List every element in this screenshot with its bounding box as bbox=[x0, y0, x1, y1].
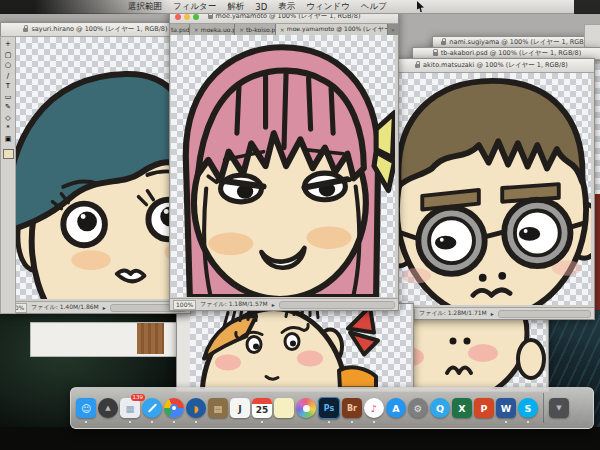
finder-icon: ☺ bbox=[81, 403, 91, 414]
canvas-moe[interactable] bbox=[171, 35, 395, 297]
minimize-button[interactable] bbox=[184, 14, 190, 20]
dock-icon-journal[interactable]: J bbox=[230, 398, 250, 418]
canvas-sayuri[interactable] bbox=[2, 37, 187, 299]
foreground-color-swatch[interactable] bbox=[3, 149, 14, 159]
menu-analysis[interactable]: 解析 bbox=[227, 1, 244, 13]
menu-3d[interactable]: 3D bbox=[255, 2, 267, 12]
safari-compass-icon bbox=[147, 403, 156, 412]
dock-icon-downloads[interactable]: ▼ bbox=[549, 398, 569, 418]
lock-icon bbox=[433, 52, 438, 56]
dock-icon-iphoto[interactable]: ▦139 bbox=[120, 398, 140, 418]
notebook-icon: ▤ bbox=[214, 403, 223, 414]
titlebar[interactable]: akito.matsuzaki @ 100% (レイヤー 1, RGB/8) bbox=[389, 59, 594, 73]
tool-type[interactable]: T bbox=[6, 83, 10, 90]
window-akito-matsuzaki[interactable]: akito.matsuzaki @ 100% (レイヤー 1, RGB/8) bbox=[388, 58, 595, 320]
tool-palette: + ▢ ○ / T ▭ ✎ ◇ * ▣ bbox=[0, 36, 16, 314]
tab-ta-psd[interactable]: ta.psd bbox=[170, 24, 190, 35]
tool-marquee[interactable]: ▢ bbox=[5, 52, 12, 59]
app-store-icon: A bbox=[392, 403, 399, 414]
canvas-akito[interactable] bbox=[390, 73, 591, 305]
close-tab-icon[interactable]: × bbox=[194, 26, 199, 33]
firefox-icon: ◗ bbox=[193, 403, 198, 414]
tool-brush[interactable]: * bbox=[6, 125, 10, 132]
dock-icon-chat-app[interactable]: Q bbox=[430, 398, 450, 418]
tool-crop[interactable]: / bbox=[7, 73, 9, 80]
dock-icon-stickies[interactable] bbox=[274, 398, 294, 418]
menu-select[interactable]: 選択範囲 bbox=[128, 1, 162, 13]
dock-icon-firefox[interactable]: ◗ bbox=[186, 398, 206, 418]
window-title: sayuri.hirano @ 100% (レイヤー 1, RGB/8) bbox=[31, 25, 167, 34]
excel-icon: X bbox=[458, 403, 465, 414]
launchpad-icon: ▲ bbox=[105, 404, 110, 412]
photos-flower-icon bbox=[303, 405, 310, 412]
notification-badge: 139 bbox=[131, 394, 146, 401]
screen-bottom-bezel bbox=[0, 427, 600, 450]
scrollbar[interactable] bbox=[279, 301, 395, 309]
chrome-icon bbox=[170, 404, 178, 412]
dock-icon-launchpad[interactable]: ▲ bbox=[98, 398, 118, 418]
lock-icon bbox=[23, 28, 28, 32]
zoom-button[interactable] bbox=[193, 14, 199, 20]
word-icon: W bbox=[501, 403, 511, 414]
close-tab-icon[interactable]: × bbox=[239, 26, 244, 33]
dock-icon-chrome[interactable] bbox=[164, 398, 184, 418]
dock-icon-system-preferences[interactable]: ⚙ bbox=[408, 398, 428, 418]
tool-eyedropper[interactable]: ◇ bbox=[5, 115, 10, 122]
background-window-fragment bbox=[30, 322, 198, 357]
dock-icon-finder[interactable]: ☺ bbox=[76, 398, 96, 418]
tool-hand[interactable]: ▣ bbox=[5, 136, 12, 143]
tab-tb-koiso-psd[interactable]: × tb-koiso.psd bbox=[235, 24, 276, 35]
menu-bar: 選択範囲 フィルター 解析 3D 表示 ウィンドウ ヘルプ bbox=[0, 0, 600, 14]
gear-icon: ⚙ bbox=[414, 403, 423, 414]
close-button[interactable] bbox=[175, 14, 181, 20]
window-baby[interactable] bbox=[176, 303, 414, 392]
dock-icon-calendar[interactable]: 25 bbox=[252, 398, 272, 418]
dock-icon-bridge[interactable]: Br bbox=[342, 398, 362, 418]
dock-icon-app-store[interactable]: A bbox=[386, 398, 406, 418]
tab-moe-yamamoto-active[interactable]: × moe.yamamoto @ 100% (レイヤー 1, RGB/8) bbox=[276, 24, 389, 35]
chat-icon: Q bbox=[436, 403, 444, 414]
dock-icon-safari[interactable] bbox=[142, 398, 162, 418]
tab-label: moe.yamamoto @ 100% (レイヤー 1, RGB/8) bbox=[287, 25, 388, 34]
dock-icon-itunes[interactable]: ♪ bbox=[364, 398, 384, 418]
dock-icon-skype[interactable]: S bbox=[518, 398, 538, 418]
cartoon-face-teal-hair-woman bbox=[2, 37, 187, 299]
tool-pen[interactable]: ✎ bbox=[5, 104, 11, 111]
journal-icon: J bbox=[238, 403, 242, 414]
lock-icon bbox=[208, 15, 213, 19]
dock-icon-powerpoint[interactable]: P bbox=[474, 398, 494, 418]
window-sayuri-hirano[interactable]: sayuri.hirano @ 100% (レイヤー 1, RGB/8) bbox=[0, 22, 191, 314]
dock-icon-excel[interactable]: X bbox=[452, 398, 472, 418]
tool-lasso[interactable]: ○ bbox=[5, 62, 11, 69]
close-tab-icon[interactable]: × bbox=[280, 26, 285, 33]
lock-icon bbox=[441, 41, 446, 45]
tab-label: tb-koiso.psd bbox=[246, 26, 276, 33]
menu-help[interactable]: ヘルプ bbox=[361, 1, 387, 13]
traffic-lights bbox=[175, 14, 199, 20]
tool-shape[interactable]: ▭ bbox=[5, 94, 12, 101]
window-title: tb-akabori.psd @ 100% (レイヤー 1, RGB/8) bbox=[441, 49, 581, 58]
titlebar[interactable]: sayuri.hirano @ 100% (レイヤー 1, RGB/8) bbox=[1, 23, 190, 37]
scrollbar[interactable] bbox=[498, 310, 591, 318]
menu-window[interactable]: ウィンドウ bbox=[306, 1, 350, 13]
photoshop-desktop: nami.sugiyama @ 100% (レイヤー 1, RGB/8) tb-… bbox=[0, 0, 600, 450]
menu-view[interactable]: 表示 bbox=[278, 1, 295, 13]
canvas-baby[interactable] bbox=[190, 304, 411, 389]
status-arrow[interactable]: ▸ bbox=[272, 301, 275, 308]
dock-icon-photoshop[interactable]: Ps bbox=[318, 397, 340, 419]
dock-icon-photos[interactable] bbox=[296, 398, 316, 418]
dock-icon-notebook[interactable]: ▤ bbox=[208, 398, 228, 418]
tool-move[interactable]: + bbox=[5, 41, 11, 48]
menu-filter[interactable]: フィルター bbox=[173, 1, 216, 13]
status-arrow[interactable]: ▸ bbox=[491, 310, 494, 317]
cartoon-face-pink-hair-girl bbox=[171, 35, 395, 297]
lock-icon bbox=[415, 64, 420, 68]
status-arrow[interactable]: ▸ bbox=[103, 304, 106, 311]
zoom-level[interactable]: 100% bbox=[173, 300, 196, 310]
skype-icon: S bbox=[525, 403, 532, 414]
music-note-icon: ♪ bbox=[371, 403, 377, 414]
tab-overflow-icon[interactable]: » bbox=[388, 24, 398, 35]
window-moe-yamamoto[interactable]: moe.yamamoto @ 100% (レイヤー 1, RGB/8) ta.p… bbox=[169, 9, 399, 311]
tab-moeka-uo-psd[interactable]: × moeka.uo.psd bbox=[190, 24, 235, 35]
dock-icon-word[interactable]: W bbox=[496, 398, 516, 418]
